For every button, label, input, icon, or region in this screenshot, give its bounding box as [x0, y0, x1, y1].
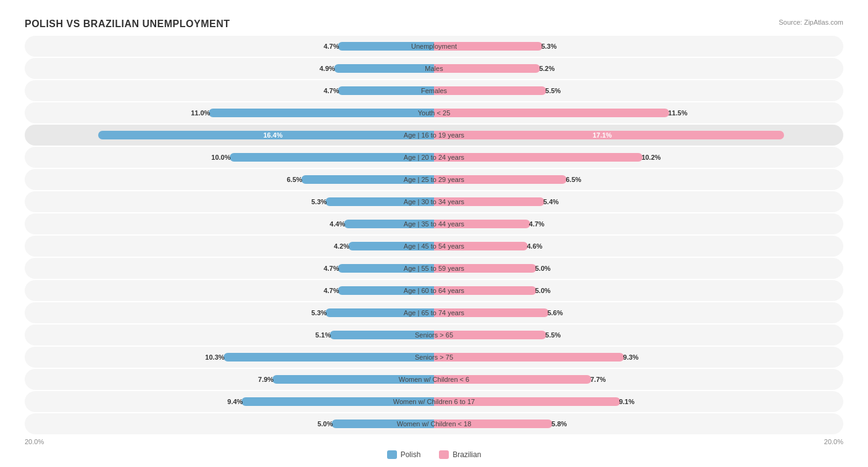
- chart-row: Seniors > 655.1%5.5%: [25, 324, 843, 345]
- bar-label: Age | 55 to 59 years: [404, 265, 464, 272]
- value-left: 9.4%: [227, 398, 243, 405]
- chart-row: Unemployment4.7%5.3%: [25, 36, 843, 57]
- value-left: 4.7%: [323, 43, 339, 50]
- value-left: 5.3%: [311, 198, 327, 205]
- value-right: 17.1%: [593, 131, 612, 139]
- value-right: 6.5%: [565, 176, 581, 183]
- chart-row: Females4.7%5.5%: [25, 80, 843, 101]
- value-left: 4.7%: [323, 287, 339, 294]
- legend-label-polish: Polish: [401, 450, 421, 459]
- legend-color-polish: [387, 450, 397, 459]
- bar-label: Age | 25 to 29 years: [404, 176, 464, 183]
- chart-row: Age | 20 to 24 years10.0%10.2%: [25, 147, 843, 168]
- value-left: 5.1%: [315, 331, 331, 339]
- chart-row: Age | 16 to 19 years16.4%17.1%: [25, 125, 843, 146]
- bar-label: Age | 35 to 44 years: [404, 220, 464, 228]
- bar-label: Age | 30 to 34 years: [404, 198, 464, 205]
- bar-label: Age | 45 to 54 years: [404, 242, 464, 250]
- chart-row: Seniors > 7510.3%9.3%: [25, 347, 843, 368]
- value-left: 5.3%: [311, 309, 327, 316]
- chart-row: Age | 25 to 29 years6.5%6.5%: [25, 169, 843, 190]
- value-left: 16.4%: [264, 131, 283, 139]
- value-right: 4.6%: [527, 242, 542, 250]
- chart-row: Youth < 2511.0%11.5%: [25, 102, 843, 123]
- value-right: 9.3%: [623, 353, 638, 361]
- value-right: 5.0%: [535, 265, 551, 272]
- value-right: 10.2%: [641, 154, 661, 161]
- bar-label: Age | 65 to 74 years: [404, 309, 464, 316]
- chart-area: Unemployment4.7%5.3%Males4.9%5.2%Females…: [25, 36, 843, 434]
- chart-container: POLISH VS BRAZILIAN UNEMPLOYMENT Source:…: [12, 12, 856, 467]
- bar-label: Women w/ Children < 6: [399, 376, 469, 383]
- value-right: 5.0%: [535, 287, 551, 294]
- chart-row: Age | 35 to 44 years4.4%4.7%: [25, 213, 843, 234]
- value-right: 5.8%: [551, 420, 567, 428]
- bar-label: Seniors > 75: [415, 353, 453, 361]
- legend-item-polish: Polish: [387, 450, 421, 459]
- chart-title: POLISH VS BRAZILIAN UNEMPLOYMENT: [25, 19, 230, 30]
- value-left: 10.0%: [211, 154, 230, 161]
- bar-label: Unemployment: [411, 43, 457, 50]
- bar-right: [434, 353, 624, 362]
- chart-header: POLISH VS BRAZILIAN UNEMPLOYMENT Source:…: [25, 19, 843, 30]
- axis-labels: 20.0% 20.0%: [25, 438, 843, 445]
- legend-item-brazilian: Brazilian: [439, 450, 481, 459]
- legend-label-brazilian: Brazilian: [453, 450, 481, 459]
- bar-label: Age | 60 to 64 years: [404, 287, 464, 294]
- value-left: 4.7%: [323, 87, 339, 94]
- value-left: 10.3%: [205, 353, 224, 361]
- value-left: 11.0%: [191, 109, 210, 117]
- chart-row: Age | 55 to 59 years4.7%5.0%: [25, 258, 843, 279]
- value-right: 7.7%: [590, 376, 606, 383]
- bar-right: [434, 86, 546, 95]
- value-right: 5.5%: [545, 331, 561, 339]
- chart-row: Age | 45 to 54 years4.2%4.6%: [25, 236, 843, 257]
- legend-color-brazilian: [439, 450, 449, 459]
- value-right: 5.5%: [545, 87, 561, 94]
- bar-label: Age | 16 to 19 years: [404, 131, 464, 139]
- chart-row: Women w/ Children 6 to 179.4%9.1%: [25, 391, 843, 412]
- axis-right-label: 20.0%: [824, 438, 843, 445]
- bar-left: [209, 109, 434, 117]
- value-left: 4.7%: [323, 265, 339, 272]
- legend: Polish Brazilian: [25, 450, 843, 459]
- bar-label: Females: [421, 87, 447, 94]
- bar-right: [434, 64, 540, 73]
- bar-right: [434, 153, 643, 162]
- value-left: 5.0%: [317, 420, 333, 428]
- value-right: 5.6%: [548, 309, 563, 316]
- bar-label: Women w/ Children 6 to 17: [393, 398, 475, 405]
- value-right: 4.7%: [529, 220, 545, 228]
- value-left: 4.4%: [330, 220, 345, 228]
- chart-row: Age | 30 to 34 years5.3%5.4%: [25, 191, 843, 212]
- value-left: 4.2%: [334, 242, 349, 250]
- value-right: 11.5%: [668, 109, 687, 117]
- chart-source: Source: ZipAtlas.com: [778, 19, 843, 26]
- value-right: 5.2%: [539, 65, 554, 72]
- value-right: 5.4%: [543, 198, 559, 205]
- value-right: 5.3%: [541, 43, 557, 50]
- value-left: 7.9%: [258, 376, 273, 383]
- chart-row: Women w/ Children < 185.0%5.8%: [25, 413, 843, 434]
- value-left: 6.5%: [286, 176, 302, 183]
- chart-row: Age | 65 to 74 years5.3%5.6%: [25, 302, 843, 323]
- value-right: 9.1%: [619, 398, 635, 405]
- bar-label: Youth < 25: [418, 109, 451, 117]
- bar-label: Age | 20 to 24 years: [404, 154, 464, 161]
- chart-row: Age | 60 to 64 years4.7%5.0%: [25, 280, 843, 301]
- bar-label: Males: [425, 65, 443, 72]
- bar-left: [334, 64, 434, 73]
- axis-left-label: 20.0%: [25, 438, 44, 445]
- chart-row: Women w/ Children < 67.9%7.7%: [25, 369, 843, 390]
- bar-label: Women w/ Children < 18: [397, 420, 472, 428]
- bar-right: [434, 109, 669, 117]
- bar-label: Seniors > 65: [415, 331, 453, 339]
- bar-left: [338, 86, 434, 95]
- bar-left: [223, 353, 434, 362]
- chart-row: Males4.9%5.2%: [25, 58, 843, 79]
- value-left: 4.9%: [320, 65, 335, 72]
